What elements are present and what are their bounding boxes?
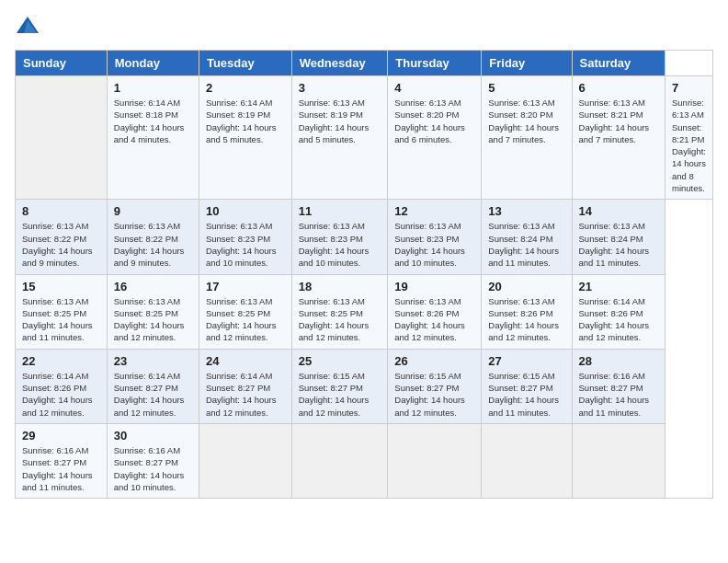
day-info: Sunrise: 6:13 AMSunset: 8:25 PMDaylight:…: [22, 295, 100, 344]
day-number: 12: [394, 204, 474, 218]
calendar-week-row: 15Sunrise: 6:13 AMSunset: 8:25 PMDayligh…: [16, 274, 713, 349]
day-info: Sunrise: 6:13 AMSunset: 8:23 PMDaylight:…: [299, 220, 381, 269]
day-info: Sunrise: 6:15 AMSunset: 8:27 PMDaylight:…: [488, 370, 564, 419]
calendar-day-cell: 14Sunrise: 6:13 AMSunset: 8:24 PMDayligh…: [572, 200, 665, 274]
day-header-tuesday: Tuesday: [199, 51, 291, 76]
calendar-day-cell: 27Sunrise: 6:15 AMSunset: 8:27 PMDayligh…: [482, 349, 572, 423]
calendar-day-cell: 10Sunrise: 6:13 AMSunset: 8:23 PMDayligh…: [199, 200, 291, 274]
day-info: Sunrise: 6:13 AMSunset: 8:25 PMDaylight:…: [299, 295, 381, 344]
day-number: 2: [206, 81, 285, 95]
calendar-table: SundayMondayTuesdayWednesdayThursdayFrid…: [15, 50, 713, 499]
calendar-day-cell: 13Sunrise: 6:13 AMSunset: 8:24 PMDayligh…: [482, 200, 572, 274]
day-info: Sunrise: 6:14 AMSunset: 8:18 PMDaylight:…: [114, 97, 192, 145]
calendar-day-cell: 5Sunrise: 6:13 AMSunset: 8:20 PMDaylight…: [482, 76, 572, 200]
day-number: 27: [488, 354, 564, 368]
day-info: Sunrise: 6:14 AMSunset: 8:27 PMDaylight:…: [114, 370, 192, 419]
day-info: Sunrise: 6:13 AMSunset: 8:19 PMDaylight:…: [299, 97, 381, 145]
day-number: 25: [299, 354, 381, 368]
calendar-day-cell: [388, 423, 482, 498]
day-info: Sunrise: 6:13 AMSunset: 8:20 PMDaylight:…: [488, 97, 564, 145]
calendar-day-cell: 1Sunrise: 6:14 AMSunset: 8:18 PMDaylight…: [107, 76, 199, 200]
calendar-day-cell: 7Sunrise: 6:13 AMSunset: 8:21 PMDaylight…: [665, 76, 712, 200]
calendar-day-cell: 17Sunrise: 6:13 AMSunset: 8:25 PMDayligh…: [199, 274, 291, 349]
day-header-monday: Monday: [107, 51, 199, 76]
calendar-day-cell: 3Sunrise: 6:13 AMSunset: 8:19 PMDaylight…: [291, 76, 388, 200]
logo: [15, 15, 44, 40]
day-number: 11: [299, 204, 381, 218]
day-number: 14: [579, 204, 658, 218]
day-info: Sunrise: 6:13 AMSunset: 8:21 PMDaylight:…: [579, 97, 658, 145]
calendar-day-cell: 20Sunrise: 6:13 AMSunset: 8:26 PMDayligh…: [482, 274, 572, 349]
day-number: 1: [114, 81, 192, 95]
day-info: Sunrise: 6:13 AMSunset: 8:21 PMDaylight:…: [672, 97, 706, 194]
calendar-header-row: SundayMondayTuesdayWednesdayThursdayFrid…: [16, 51, 713, 76]
day-number: 19: [394, 280, 474, 293]
day-info: Sunrise: 6:13 AMSunset: 8:22 PMDaylight:…: [22, 220, 100, 269]
calendar-day-cell: 4Sunrise: 6:13 AMSunset: 8:20 PMDaylight…: [388, 76, 482, 200]
day-number: 22: [22, 354, 100, 368]
day-number: 26: [394, 354, 474, 368]
day-header-wednesday: Wednesday: [291, 51, 388, 76]
day-info: Sunrise: 6:13 AMSunset: 8:22 PMDaylight:…: [114, 220, 192, 269]
calendar-day-cell: [199, 423, 291, 498]
calendar-day-cell: 19Sunrise: 6:13 AMSunset: 8:26 PMDayligh…: [388, 274, 482, 349]
logo-icon: [15, 15, 40, 40]
day-info: Sunrise: 6:14 AMSunset: 8:26 PMDaylight:…: [579, 295, 658, 344]
calendar-day-cell: [291, 423, 388, 498]
calendar-day-cell: 8Sunrise: 6:13 AMSunset: 8:22 PMDaylight…: [16, 200, 108, 274]
calendar-day-cell: 23Sunrise: 6:14 AMSunset: 8:27 PMDayligh…: [107, 349, 199, 423]
day-number: 29: [22, 429, 100, 442]
day-number: 17: [206, 280, 285, 293]
calendar-day-cell: 25Sunrise: 6:15 AMSunset: 8:27 PMDayligh…: [291, 349, 388, 423]
day-info: Sunrise: 6:13 AMSunset: 8:24 PMDaylight:…: [579, 220, 658, 269]
calendar-day-cell: 22Sunrise: 6:14 AMSunset: 8:26 PMDayligh…: [16, 349, 108, 423]
day-header-thursday: Thursday: [388, 51, 482, 76]
day-number: 5: [488, 81, 564, 95]
day-info: Sunrise: 6:13 AMSunset: 8:25 PMDaylight:…: [206, 295, 285, 344]
day-number: 16: [114, 280, 192, 293]
calendar-week-row: 22Sunrise: 6:14 AMSunset: 8:26 PMDayligh…: [16, 349, 713, 423]
day-number: 23: [114, 354, 192, 368]
calendar-day-cell: 30Sunrise: 6:16 AMSunset: 8:27 PMDayligh…: [107, 423, 199, 498]
day-number: 28: [579, 354, 658, 368]
day-info: Sunrise: 6:14 AMSunset: 8:19 PMDaylight:…: [206, 97, 285, 145]
day-number: 7: [672, 81, 706, 95]
day-info: Sunrise: 6:13 AMSunset: 8:23 PMDaylight:…: [206, 220, 285, 269]
day-number: 3: [299, 81, 381, 95]
calendar-week-row: 29Sunrise: 6:16 AMSunset: 8:27 PMDayligh…: [16, 423, 713, 498]
day-number: 18: [299, 280, 381, 293]
calendar-day-cell: 9Sunrise: 6:13 AMSunset: 8:22 PMDaylight…: [107, 200, 199, 274]
day-info: Sunrise: 6:13 AMSunset: 8:20 PMDaylight:…: [394, 97, 474, 145]
day-header-saturday: Saturday: [572, 51, 665, 76]
calendar-day-cell: 28Sunrise: 6:16 AMSunset: 8:27 PMDayligh…: [572, 349, 665, 423]
calendar-day-cell: 21Sunrise: 6:14 AMSunset: 8:26 PMDayligh…: [572, 274, 665, 349]
day-number: 13: [488, 204, 564, 218]
calendar-day-cell: 6Sunrise: 6:13 AMSunset: 8:21 PMDaylight…: [572, 76, 665, 200]
day-number: 30: [114, 429, 192, 442]
calendar-week-row: 1Sunrise: 6:14 AMSunset: 8:18 PMDaylight…: [16, 76, 713, 200]
day-info: Sunrise: 6:16 AMSunset: 8:27 PMDaylight:…: [114, 444, 192, 493]
day-info: Sunrise: 6:15 AMSunset: 8:27 PMDaylight:…: [394, 370, 474, 419]
day-number: 20: [488, 280, 564, 293]
empty-cell: [16, 76, 108, 200]
calendar-day-cell: 18Sunrise: 6:13 AMSunset: 8:25 PMDayligh…: [291, 274, 388, 349]
day-info: Sunrise: 6:14 AMSunset: 8:27 PMDaylight:…: [206, 370, 285, 419]
calendar-day-cell: [572, 423, 665, 498]
day-info: Sunrise: 6:13 AMSunset: 8:24 PMDaylight:…: [488, 220, 564, 269]
calendar-day-cell: 16Sunrise: 6:13 AMSunset: 8:25 PMDayligh…: [107, 274, 199, 349]
calendar-day-cell: 12Sunrise: 6:13 AMSunset: 8:23 PMDayligh…: [388, 200, 482, 274]
calendar-day-cell: [482, 423, 572, 498]
day-info: Sunrise: 6:13 AMSunset: 8:26 PMDaylight:…: [488, 295, 564, 344]
day-info: Sunrise: 6:13 AMSunset: 8:25 PMDaylight:…: [114, 295, 192, 344]
calendar-week-row: 8Sunrise: 6:13 AMSunset: 8:22 PMDaylight…: [16, 200, 713, 274]
day-info: Sunrise: 6:13 AMSunset: 8:26 PMDaylight:…: [394, 295, 474, 344]
day-number: 15: [22, 280, 100, 293]
day-number: 6: [579, 81, 658, 95]
day-info: Sunrise: 6:13 AMSunset: 8:23 PMDaylight:…: [394, 220, 474, 269]
calendar-day-cell: 11Sunrise: 6:13 AMSunset: 8:23 PMDayligh…: [291, 200, 388, 274]
calendar-day-cell: 29Sunrise: 6:16 AMSunset: 8:27 PMDayligh…: [16, 423, 108, 498]
day-header-sunday: Sunday: [16, 51, 108, 76]
day-info: Sunrise: 6:16 AMSunset: 8:27 PMDaylight:…: [579, 370, 658, 419]
day-number: 4: [394, 81, 474, 95]
day-info: Sunrise: 6:15 AMSunset: 8:27 PMDaylight:…: [299, 370, 381, 419]
